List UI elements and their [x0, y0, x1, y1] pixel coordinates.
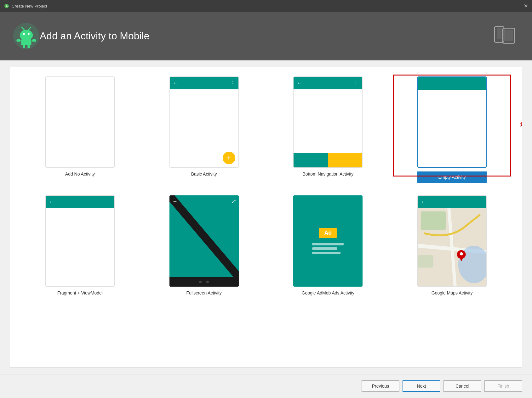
device-circle-2 — [206, 281, 209, 283]
title-bar: A Create New Project ✕ — [0, 0, 532, 12]
activity-grid-container: Add No Activity ← ⋮ + Basic Activity — [10, 67, 522, 368]
activity-item-bottom-nav[interactable]: ← ⋮ Bottom Navigation Activity — [271, 76, 386, 183]
admob-preview: Ad — [293, 195, 363, 287]
activity-label-bottom-nav: Bottom Navigation Activity — [302, 171, 353, 177]
svg-point-4 — [23, 33, 25, 35]
activity-item-basic-activity[interactable]: ← ⋮ + Basic Activity — [147, 76, 261, 183]
activity-item-maps[interactable]: ← ⋮ — [395, 195, 509, 295]
ad-line-3 — [312, 252, 340, 254]
device-icon — [494, 25, 516, 47]
no-activity-preview — [45, 76, 115, 168]
svg-rect-12 — [27, 45, 30, 48]
svg-point-27 — [460, 252, 463, 255]
svg-text:A: A — [6, 4, 8, 8]
finish-button[interactable]: Finish — [484, 380, 522, 392]
activity-label-basic-activity: Basic Activity — [191, 171, 217, 177]
window: A Create New Project ✕ — [0, 0, 532, 398]
fab-button: + — [223, 152, 235, 164]
svg-point-3 — [20, 30, 33, 41]
fullscreen-back-arrow: ← — [173, 199, 178, 204]
basic-phone-body: + — [170, 89, 238, 167]
fragment-body — [46, 208, 114, 286]
fragment-back-arrow: ← — [49, 199, 54, 205]
bottom-nav-phone-body — [294, 89, 362, 153]
svg-rect-16 — [505, 30, 513, 41]
footer: Previous Next Cancel Finish — [0, 374, 532, 398]
bottom-nav-phone-bar: ← ⋮ — [294, 77, 362, 89]
fullscreen-preview: ⤢ ← — [169, 195, 239, 287]
previous-button[interactable]: Previous — [362, 380, 399, 392]
bottom-nav-back-arrow: ← — [297, 80, 302, 86]
activity-item-fullscreen[interactable]: ⤢ ← Fullscreen Activity — [147, 195, 261, 295]
title-bar-left: A Create New Project — [4, 3, 47, 8]
empty-phone-body — [418, 90, 486, 167]
maps-preview: ← ⋮ — [417, 195, 487, 287]
next-button[interactable]: Next — [403, 380, 440, 392]
maps-bar: ← ⋮ — [418, 196, 486, 208]
svg-rect-10 — [32, 39, 36, 42]
content-area: Add No Activity ← ⋮ + Basic Activity — [0, 60, 532, 374]
basic-activity-preview: ← ⋮ + — [169, 76, 239, 168]
activity-label-add-no-activity: Add No Activity — [65, 171, 95, 177]
activity-item-empty-activity[interactable]: ← Empty Activity 选择空白项目 — [395, 76, 509, 183]
cancel-button[interactable]: Cancel — [443, 380, 481, 392]
fragment-phone-bar: ← — [46, 196, 114, 208]
maps-content — [418, 208, 486, 286]
header: Add an Activity to Mobile — [0, 12, 532, 60]
android-studio-logo — [13, 23, 40, 49]
activity-item-fragment-viewmodel[interactable]: ← Fragment + ViewModel — [23, 195, 137, 295]
close-button[interactable]: ✕ — [524, 3, 528, 8]
fragment-preview: ← — [45, 195, 115, 287]
svg-rect-24 — [418, 255, 433, 268]
fullscreen-device-bottom — [169, 277, 239, 287]
activity-label-empty-activity: Empty Activity — [417, 171, 487, 183]
ad-line-1 — [312, 243, 344, 245]
svg-rect-14 — [497, 28, 501, 39]
bottom-nav-menu-dots: ⋮ — [353, 80, 359, 86]
empty-activity-preview: ← — [417, 76, 487, 168]
basic-back-arrow: ← — [173, 80, 178, 86]
svg-rect-8 — [21, 39, 31, 45]
bottom-nav-teal — [294, 153, 328, 167]
app-icon: A — [4, 3, 9, 8]
annotation-text: 选择空白项目 — [520, 121, 522, 128]
activity-item-admob[interactable]: Ad Google AdMob Ads Activity — [271, 195, 386, 295]
activity-label-admob: Google AdMob Ads Activity — [302, 290, 354, 295]
title-bar-title: Create New Project — [12, 4, 47, 8]
maps-back-arrow: ← — [421, 199, 426, 205]
ad-lines — [312, 243, 344, 254]
activity-item-add-no-activity[interactable]: Add No Activity — [23, 76, 137, 183]
bottom-nav-yellow — [328, 153, 362, 167]
activity-label-fullscreen: Fullscreen Activity — [186, 290, 222, 295]
device-circle-1 — [199, 281, 202, 283]
empty-back-arrow: ← — [421, 81, 426, 87]
maps-svg — [418, 208, 486, 286]
activity-label-fragment: Fragment + ViewModel — [57, 290, 103, 295]
basic-phone-bar: ← ⋮ — [170, 77, 238, 89]
svg-rect-11 — [23, 45, 25, 48]
maps-menu-dots: ⋮ — [478, 199, 483, 205]
activity-grid: Add No Activity ← ⋮ + Basic Activity — [23, 76, 509, 295]
ad-badge: Ad — [319, 228, 337, 238]
svg-rect-23 — [421, 211, 446, 230]
header-title: Add an Activity to Mobile — [40, 30, 150, 42]
bottom-nav-preview: ← ⋮ — [293, 76, 363, 168]
activity-label-maps: Google Maps Activity — [432, 290, 473, 295]
fullscreen-diagonal-svg — [169, 195, 239, 287]
ad-line-2 — [312, 247, 337, 250]
empty-phone-bar: ← — [418, 77, 486, 90]
svg-point-5 — [28, 33, 30, 35]
bottom-nav-bar — [294, 153, 362, 167]
expand-icon: ⤢ — [232, 198, 236, 205]
svg-rect-9 — [16, 39, 20, 42]
basic-menu-dots: ⋮ — [230, 80, 235, 86]
